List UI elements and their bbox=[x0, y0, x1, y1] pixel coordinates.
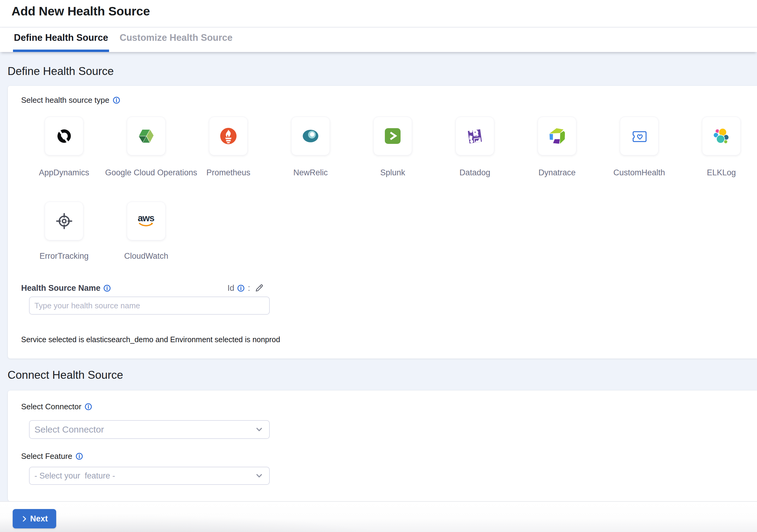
svg-text:aws: aws bbox=[138, 213, 154, 223]
